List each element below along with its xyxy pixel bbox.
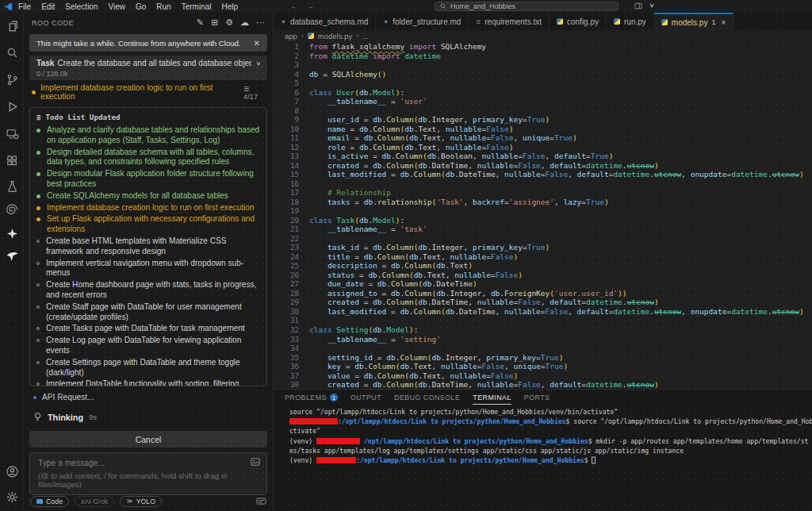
dot-icon xyxy=(36,206,40,210)
menu-file[interactable]: File xyxy=(18,2,31,11)
circle-icon xyxy=(36,327,40,330)
python-file-icon xyxy=(661,19,668,25)
message-input[interactable]: Type a message... (@ to add context, / f… xyxy=(29,452,267,495)
cloud-notice: This might take a while. Continue from a… xyxy=(29,34,267,52)
terminal-panel: PROBLEMS1OUTPUTDEBUG CONSOLETERMINALPORT… xyxy=(274,389,812,511)
todo-item: Create Settings page with DataTable and … xyxy=(36,358,260,378)
auto-approve-toggle[interactable]: ≫ YOLO xyxy=(120,496,162,507)
source-control-icon[interactable] xyxy=(2,70,21,89)
redacted-block xyxy=(316,438,360,444)
menu-help[interactable]: Help xyxy=(222,2,239,11)
layout-toggle-icon[interactable]: > xyxy=(634,2,653,10)
back-arrow-icon[interactable]: ← xyxy=(290,2,298,10)
panel-title: ROO CODE xyxy=(32,19,74,27)
remote-explorer-icon[interactable] xyxy=(2,124,21,143)
todo-item: Create Tasks page with DataTable for tas… xyxy=(36,324,260,334)
todo-item: Create Home dashboard page with stats, t… xyxy=(36,280,260,301)
grid-icon[interactable]: ⊞ xyxy=(211,17,218,28)
tab-database_schema.md[interactable]: ▼database_schema.md xyxy=(274,13,376,30)
todo-item: Implement DataTable functionality with s… xyxy=(36,379,260,386)
explorer-icon[interactable] xyxy=(2,16,21,35)
todo-item: Create Staff page with DataTable for use… xyxy=(36,302,260,323)
tab-folder_structure.md[interactable]: ▼folder_structure.md xyxy=(376,13,469,30)
image-icon[interactable] xyxy=(251,458,260,466)
menu-selection[interactable]: Selection xyxy=(65,2,98,11)
context-usage: 0 / 128.0k xyxy=(36,70,260,78)
run-debug-icon[interactable] xyxy=(2,97,21,116)
extension-sparkle-icon[interactable] xyxy=(2,224,21,243)
circle-icon xyxy=(36,262,40,265)
todo-item: Implement database creation logic to run… xyxy=(36,203,260,213)
menu-view[interactable]: View xyxy=(109,2,126,11)
menu-terminal[interactable]: Terminal xyxy=(182,2,212,11)
python-file-icon xyxy=(557,18,563,25)
cloud-icon[interactable]: ☁ xyxy=(240,17,249,28)
list-file-icon: ≡ xyxy=(476,17,481,26)
lightbulb-icon xyxy=(33,412,42,422)
roo-code-panel: ROO CODE ✎ ⊞ ⚙ ☁ ⋯ This might take a whi… xyxy=(24,13,274,511)
todo-item: Design detailed database schema with all… xyxy=(36,148,260,168)
panel-tab-problems[interactable]: PROBLEMS1 xyxy=(285,391,338,404)
roo-code-icon[interactable] xyxy=(2,246,21,265)
todo-item: Create base HTML templates with Material… xyxy=(36,236,260,257)
cancel-button[interactable]: Cancel xyxy=(29,431,267,448)
menu-bar: FileEditSelectionViewGoRunTerminalHelp xyxy=(18,2,238,11)
edit-icon[interactable]: ✎ xyxy=(197,17,204,28)
title-bar: FileEditSelectionViewGoRunTerminalHelp ←… xyxy=(0,0,812,13)
terminal-output[interactable]: source "/opt/lampp/htdocs/Link to projec… xyxy=(274,405,812,465)
circle-icon xyxy=(36,339,40,342)
panel-tab-ports[interactable]: PORTS xyxy=(524,391,550,404)
mode-selector[interactable]: Code xyxy=(30,496,69,507)
redacted-block xyxy=(289,418,338,425)
panel-tab-debug-console[interactable]: DEBUG CONSOLE xyxy=(394,391,460,404)
redacted-block xyxy=(316,457,356,463)
panel-tab-terminal[interactable]: TERMINAL xyxy=(473,391,511,405)
command-center-search[interactable]: Home_and_Hobbies xyxy=(435,2,619,11)
thinking-row: Thinking 9s xyxy=(33,412,263,422)
gear-icon[interactable]: ⚙ xyxy=(225,17,233,28)
ellipsis-icon[interactable]: ⋯ xyxy=(256,17,265,28)
tab-requirements.txt[interactable]: ≡requirements.txt xyxy=(469,13,550,30)
testing-icon[interactable] xyxy=(2,176,21,195)
tab-config.py[interactable]: config.py xyxy=(550,13,607,30)
close-icon[interactable]: ✕ xyxy=(254,39,260,48)
menu-edit[interactable]: Edit xyxy=(41,2,55,11)
circle-icon xyxy=(36,240,40,243)
breadcrumb-item[interactable]: ... xyxy=(362,32,369,40)
notice-text: This might take a while. Continue from a… xyxy=(36,39,241,48)
tab-models.py[interactable]: models.py1× xyxy=(654,13,733,30)
thinking-label: Thinking xyxy=(48,413,83,422)
terminal-cursor xyxy=(592,457,596,464)
chevron-down-icon[interactable]: > xyxy=(254,61,260,65)
panel-tab-output[interactable]: OUTPUT xyxy=(350,391,381,404)
todo-header: Todo List Updated xyxy=(46,113,121,121)
thinking-duration: 9s xyxy=(89,413,97,421)
input-hint: (@ to add context, / for commands, hold … xyxy=(38,471,266,489)
task-summary[interactable]: Task Create the database and all tables … xyxy=(29,56,267,80)
circle-icon xyxy=(36,382,40,386)
breadcrumb-item[interactable]: models.py xyxy=(318,32,352,40)
tab-run.py[interactable]: run.py xyxy=(607,13,654,30)
provider-selector[interactable]: xAI Grok xyxy=(75,496,114,507)
search-icon[interactable] xyxy=(2,43,21,62)
current-task-banner[interactable]: Implement database creation logic to run… xyxy=(32,83,265,101)
dot-icon xyxy=(36,217,40,221)
forward-arrow-icon[interactable]: → xyxy=(306,2,314,10)
breadcrumb-item[interactable]: app xyxy=(285,32,297,40)
close-icon[interactable]: × xyxy=(721,18,726,27)
search-value: Home_and_Hobbies xyxy=(450,2,515,10)
accounts-icon[interactable] xyxy=(2,462,21,481)
keyboard-icon[interactable] xyxy=(256,497,266,505)
extensions-icon[interactable] xyxy=(2,151,21,170)
menu-go[interactable]: Go xyxy=(136,2,146,11)
settings-gear-icon[interactable] xyxy=(2,487,21,506)
in-progress-dot-icon xyxy=(32,90,36,94)
menu-run[interactable]: Run xyxy=(156,2,170,11)
api-request-row: API Request... xyxy=(33,393,263,402)
todo-item: Create SQLAlchemy models for all databas… xyxy=(36,191,260,202)
dot-icon xyxy=(36,129,40,133)
todo-list-icon: ≣ xyxy=(36,113,41,121)
task-text: Create the database and all tables and d… xyxy=(57,59,251,67)
extension-spiral-icon[interactable] xyxy=(2,200,21,219)
code-editor[interactable]: 1from flask_sqlalchemy import SQLAlchemy… xyxy=(274,41,812,389)
